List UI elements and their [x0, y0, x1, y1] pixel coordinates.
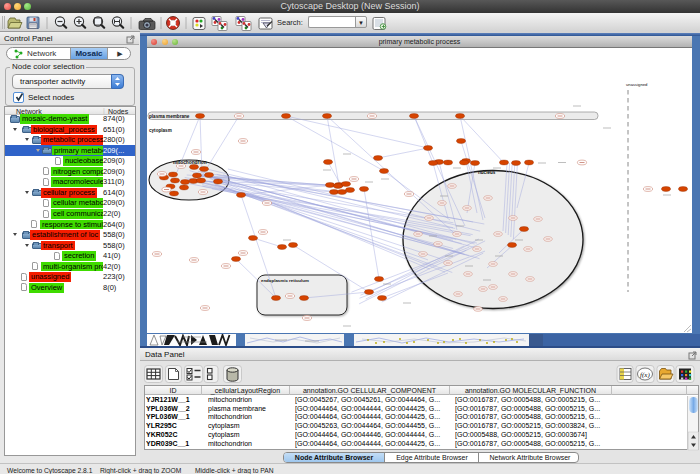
svg-text:plasma membrane: plasma membrane	[149, 114, 190, 119]
svg-text:endoplasmic reticulum: endoplasmic reticulum	[261, 278, 309, 283]
svg-text:cytoplasm: cytoplasm	[149, 128, 172, 133]
svg-text:f(x): f(x)	[640, 371, 650, 379]
svg-text:unassigned: unassigned	[626, 82, 648, 87]
svg-text:nucleus: nucleus	[478, 170, 496, 175]
svg-text:mitochondrion: mitochondrion	[173, 160, 207, 165]
